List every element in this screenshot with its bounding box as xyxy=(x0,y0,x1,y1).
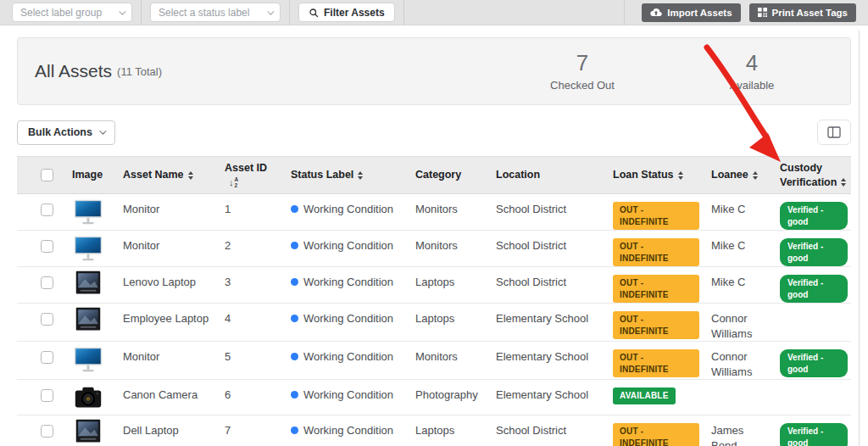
custody-badge: Verified - good xyxy=(780,275,848,303)
loan-status-badge: OUT - INDEFINITE xyxy=(613,423,699,446)
row-checkbox[interactable] xyxy=(41,351,53,364)
asset-id-cell: 1 xyxy=(216,194,282,231)
column-header-status[interactable]: Status Label xyxy=(282,157,407,194)
asset-image-cell xyxy=(54,415,114,446)
column-header-label: Asset ID xyxy=(225,162,267,174)
asset-image-cell xyxy=(54,342,114,380)
asset-name-cell: Dell Laptop xyxy=(114,415,216,446)
row-select-cell xyxy=(17,342,54,380)
column-header-category: Category xyxy=(407,157,487,194)
table-row: Dell Laptop7Working ConditionLaptopsScho… xyxy=(17,415,851,446)
bulk-actions-button[interactable]: Bulk Actions xyxy=(17,120,115,145)
row-checkbox[interactable] xyxy=(41,276,53,289)
sort-toggle-icon[interactable] xyxy=(188,171,193,180)
loan-status-badge: OUT - INDEFINITE xyxy=(613,275,699,303)
row-checkbox[interactable] xyxy=(41,240,53,253)
asset-thumbnail[interactable] xyxy=(72,232,114,265)
sort-toggle-icon[interactable] xyxy=(358,171,363,180)
location-cell: School District xyxy=(487,415,604,446)
table-row: Canon Camera6Working ConditionPhotograph… xyxy=(17,380,851,415)
sort-toggle-icon[interactable] xyxy=(841,178,846,187)
row-checkbox[interactable] xyxy=(41,203,53,216)
status-label-cell: Working Condition xyxy=(282,415,407,446)
divider xyxy=(289,0,290,25)
filter-assets-button[interactable]: Filter Assets xyxy=(298,3,395,22)
row-checkbox[interactable] xyxy=(41,425,53,438)
asset-thumbnail[interactable] xyxy=(72,196,114,228)
category-cell: Laptops xyxy=(407,267,487,304)
custody-cell xyxy=(771,380,851,415)
sort-numeric-icon[interactable]: ↓A2 xyxy=(229,176,238,189)
column-header-location: Location xyxy=(487,157,604,194)
loan-status-badge: AVAILABLE xyxy=(613,387,676,404)
asset-thumbnail[interactable] xyxy=(72,269,114,301)
status-label-cell: Working Condition xyxy=(282,380,407,415)
status-dot-icon xyxy=(291,205,298,213)
asset-image-cell xyxy=(54,267,114,304)
column-header-custody[interactable]: Custody Verification xyxy=(771,157,851,194)
asset-id-cell: 6 xyxy=(216,380,282,415)
column-header-loanee[interactable]: Loanee xyxy=(703,157,771,194)
column-header-label: Category xyxy=(415,169,461,181)
asset-thumbnail[interactable] xyxy=(72,382,114,414)
stat-available-label: Available xyxy=(681,79,823,92)
asset-name-cell: Monitor xyxy=(114,194,216,231)
row-select-cell xyxy=(17,267,54,304)
table-row: Lenovo Laptop3Working ConditionLaptopsSc… xyxy=(17,267,851,304)
asset-name-cell: Monitor xyxy=(114,231,216,267)
label-group-select[interactable]: Select label group xyxy=(12,3,132,22)
asset-name-cell: Monitor xyxy=(114,342,216,380)
location-cell: Elementary School xyxy=(487,380,604,415)
cloud-upload-icon xyxy=(650,8,662,17)
row-select-cell xyxy=(17,304,54,342)
status-label-cell: Working Condition xyxy=(282,194,407,231)
sort-toggle-icon[interactable] xyxy=(678,171,683,180)
loan-status-cell: OUT - INDEFINITE xyxy=(604,267,703,304)
status-dot-icon xyxy=(291,242,298,249)
column-header-label: Loan Status xyxy=(613,169,674,181)
category-cell: Monitors xyxy=(407,231,487,267)
custody-cell: Verified - good xyxy=(771,267,851,304)
loan-status-badge: OUT - INDEFINITE xyxy=(613,349,699,377)
column-header-label: Image xyxy=(72,169,103,181)
asset-id-cell: 2 xyxy=(216,231,282,267)
assets-table: ImageAsset NameAsset ID↓A2Status LabelCa… xyxy=(17,156,851,446)
location-cell: School District xyxy=(487,194,604,231)
column-header-name[interactable]: Asset Name xyxy=(114,157,216,194)
status-label-cell: Working Condition xyxy=(282,342,407,380)
status-dot-icon xyxy=(291,353,298,360)
status-dot-icon xyxy=(291,426,298,434)
column-header-select[interactable] xyxy=(17,157,54,194)
print-asset-tags-button[interactable]: Print Asset Tags xyxy=(749,3,856,22)
table-toolbar: Bulk Actions xyxy=(17,120,851,145)
status-label-select[interactable]: Select a status label xyxy=(150,3,281,22)
divider xyxy=(624,0,625,25)
table-row: Employee Laptop4Working ConditionLaptops… xyxy=(17,304,851,342)
asset-name-cell: Canon Camera xyxy=(114,380,216,415)
status-label-cell: Working Condition xyxy=(282,231,407,267)
location-cell: School District xyxy=(487,267,604,304)
loan-status-badge: OUT - INDEFINITE xyxy=(613,202,699,230)
loanee-cell: Connor Williams xyxy=(703,304,771,342)
column-settings-button[interactable] xyxy=(817,120,851,145)
status-dot-icon xyxy=(291,278,298,286)
column-header-loan[interactable]: Loan Status xyxy=(604,157,703,194)
asset-thumbnail[interactable] xyxy=(72,305,114,337)
columns-icon xyxy=(827,126,841,138)
asset-thumbnail[interactable] xyxy=(72,417,114,446)
stat-checked-out: 7 Checked Out xyxy=(511,51,654,92)
label-group-placeholder: Select label group xyxy=(20,7,102,19)
page-title: All Assets xyxy=(35,61,112,81)
asset-id-cell: 7 xyxy=(216,415,282,446)
filter-assets-label: Filter Assets xyxy=(324,7,385,19)
sort-toggle-icon[interactable] xyxy=(753,171,758,180)
import-assets-button[interactable]: Import Assets xyxy=(642,3,740,22)
custody-badge: Verified - good xyxy=(780,349,848,377)
loan-status-badge: OUT - INDEFINITE xyxy=(613,311,699,339)
row-checkbox[interactable] xyxy=(41,313,53,326)
select-all-checkbox[interactable] xyxy=(41,169,53,181)
loan-status-cell: OUT - INDEFINITE xyxy=(604,231,703,267)
column-header-id[interactable]: Asset ID↓A2 xyxy=(216,157,282,194)
asset-thumbnail[interactable] xyxy=(72,343,114,376)
row-checkbox[interactable] xyxy=(41,389,53,402)
